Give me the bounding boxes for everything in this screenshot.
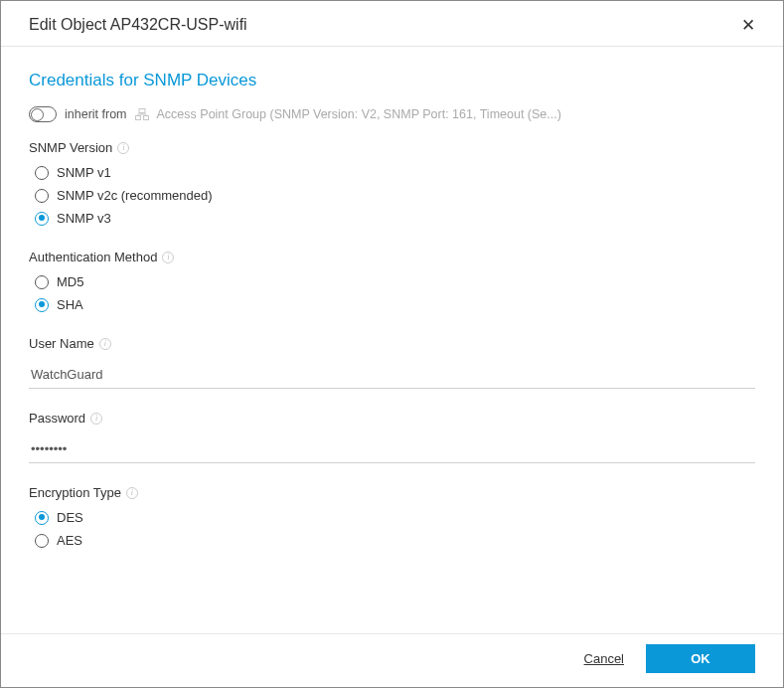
radio-snmp-v1[interactable]: SNMP v1 [35,165,755,180]
snmp-version-label-text: SNMP Version [29,140,112,155]
password-label-text: Password [29,411,85,426]
inherit-toggle[interactable] [29,106,57,122]
password-label: Password i [29,411,755,426]
password-block: Password i [29,411,755,463]
auth-method-label: Authentication Method i [29,250,755,264]
radio-label: SNMP v2c (recommended) [57,188,213,203]
svg-rect-2 [143,116,148,120]
inherit-label: inherit from [65,107,127,121]
radio-sha[interactable]: SHA [35,297,755,312]
username-label: User Name i [29,336,755,351]
dialog-title: Edit Object AP432CR-USP-wifi [29,16,247,34]
encryption-type-label-text: Encryption Type [29,485,121,500]
dialog-header: Edit Object AP432CR-USP-wifi ✕ [1,1,783,47]
radio-icon [35,166,49,180]
radio-label: SNMP v3 [57,211,111,226]
radio-snmp-v2c[interactable]: SNMP v2c (recommended) [35,188,755,203]
auth-method-label-text: Authentication Method [29,250,157,264]
cancel-button[interactable]: Cancel [584,651,624,666]
info-icon[interactable]: i [162,252,174,263]
info-icon[interactable]: i [126,487,138,499]
section-title: Credentials for SNMP Devices [29,71,755,90]
radio-icon [35,212,49,226]
username-block: User Name i [29,336,755,389]
radio-md5[interactable]: MD5 [35,274,755,289]
radio-icon [35,511,49,525]
radio-label: AES [57,533,82,548]
radio-label: DES [57,510,83,525]
radio-icon [35,189,49,203]
radio-snmp-v3[interactable]: SNMP v3 [35,211,755,226]
encryption-type-radiogroup: DES AES [29,510,755,548]
group-icon [135,108,149,120]
radio-des[interactable]: DES [35,510,755,525]
svg-rect-1 [135,116,140,120]
ok-button[interactable]: OK [646,644,755,673]
radio-icon [35,275,49,289]
radio-icon [35,298,49,312]
dialog-footer: Cancel OK [1,633,783,687]
password-input[interactable] [29,435,755,463]
dialog-body: Credentials for SNMP Devices inherit fro… [1,71,783,548]
radio-icon [35,534,49,548]
radio-aes[interactable]: AES [35,533,755,548]
info-icon[interactable]: i [99,338,111,350]
close-icon[interactable]: ✕ [741,17,755,34]
info-icon[interactable]: i [90,413,102,425]
snmp-version-radiogroup: SNMP v1 SNMP v2c (recommended) SNMP v3 [29,165,755,226]
radio-label: SNMP v1 [57,165,111,180]
auth-method-radiogroup: MD5 SHA [29,274,755,312]
snmp-version-label: SNMP Version i [29,140,755,155]
username-input[interactable] [29,361,755,389]
inherit-row: inherit from Access Point Group (SNMP Ve… [29,106,755,122]
username-label-text: User Name [29,336,94,351]
radio-label: MD5 [57,274,83,289]
encryption-type-label: Encryption Type i [29,485,755,500]
radio-label: SHA [57,297,83,312]
svg-rect-0 [139,109,145,113]
inherit-detail: Access Point Group (SNMP Version: V2, SN… [157,107,561,121]
info-icon[interactable]: i [117,142,129,154]
